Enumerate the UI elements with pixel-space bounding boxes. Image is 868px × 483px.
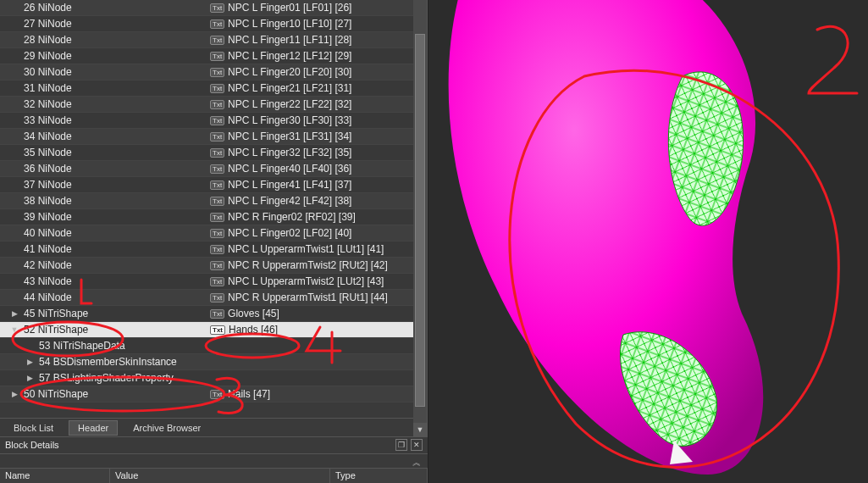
txt-badge-icon: Txt [210,132,224,142]
node-id-type: 31 NiNode [24,80,72,97]
tree-scroll[interactable]: 26 NiNodeTxtNPC L Finger01 [LF01] [26]27… [0,0,427,402]
block-tree: 26 NiNodeTxtNPC L Finger01 [LF01] [26]27… [0,0,428,436]
details-column-headers: Name Value Type [0,468,428,483]
node-id-type: 53 NiTriShapeData [39,338,125,354]
node-id-type: 52 NiTriShape [24,322,88,338]
txt-badge-icon: Txt [210,309,224,319]
node-id-type: 43 NiNode [24,274,72,290]
tree-row-41[interactable]: 41 NiNodeTxtNPC L UpperarmTwist1 [LUt1] … [0,242,427,258]
node-value-text: Gloves [45] [228,306,279,322]
node-id-type: 50 NiTriShape [24,386,88,402]
tree-row-50[interactable]: ▶50 NiTriShapeTxtNails [47] [0,386,427,402]
tree-row-28[interactable]: 28 NiNodeTxtNPC L Finger11 [LF11] [28] [0,32,427,48]
node-value: TxtNPC L Finger21 [LF21] [31] [210,80,351,97]
node-value-text: NPC R UpperarmTwist2 [RUt2] [42] [228,258,388,274]
txt-badge-icon: Txt [210,84,224,93]
tree-row-26[interactable]: 26 NiNodeTxtNPC L Finger01 [LF01] [26] [0,0,427,16]
tree-row-31[interactable]: 31 NiNodeTxtNPC L Finger21 [LF21] [31] [0,80,427,97]
node-value-text: NPC R UpperarmTwist1 [RUt1] [44] [228,290,388,306]
tree-row-34[interactable]: 34 NiNodeTxtNPC L Finger31 [LF31] [34] [0,129,427,145]
node-value-text: Nails [47] [228,386,270,402]
panel-tabs: Block List Header Archive Browser [0,418,413,436]
node-id-type: 39 NiNode [24,209,72,225]
node-value: TxtNPC L Finger31 [LF31] [34] [210,129,351,145]
scroll-down-arrow[interactable]: ▼ [413,423,427,436]
node-id-type: 38 NiNode [24,193,72,209]
node-id-type: 57 BSLightingShaderProperty [39,370,174,386]
tree-row-53[interactable]: 53 NiTriShapeData [0,338,427,354]
txt-badge-icon: Txt [210,245,224,254]
node-value-text: NPC L Finger01 [LF01] [26] [228,0,351,16]
node-value-text: NPC L UpperarmTwist1 [LUt1] [41] [228,242,384,258]
block-details-bar: Block Details ❐ ✕ [0,436,428,453]
txt-badge-icon: Txt [210,36,224,45]
node-value-text: NPC L Finger40 [LF40] [36] [228,161,351,177]
node-value: TxtNPC L Finger02 [LF02] [40] [210,225,351,242]
node-value: TxtGloves [45] [210,306,279,322]
3d-viewport[interactable] [428,0,868,483]
tree-row-38[interactable]: 38 NiNodeTxtNPC L Finger42 [LF42] [38] [0,193,427,209]
scrollbar-thumb[interactable] [415,34,425,407]
tree-row-29[interactable]: 29 NiNodeTxtNPC L Finger12 [LF12] [29] [0,48,427,64]
tree-row-42[interactable]: 42 NiNodeTxtNPC R UpperarmTwist2 [RUt2] … [0,258,427,274]
node-id-type: 27 NiNode [24,16,72,32]
txt-badge-icon: Txt [210,68,224,77]
txt-badge-icon: Txt [210,3,224,13]
tree-row-39[interactable]: 39 NiNodeTxtNPC R Finger02 [RF02] [39] [0,209,427,225]
block-details-label: Block Details [5,440,59,450]
node-value-text: NPC L Finger21 [LF21] [31] [228,80,351,97]
node-id-type: 32 NiNode [24,97,72,113]
node-value: TxtNPC L UpperarmTwist1 [LUt1] [41] [210,242,384,258]
node-value-text: NPC L Finger10 [LF10] [27] [228,16,351,32]
node-value-text: NPC L Finger41 [LF41] [37] [228,177,351,193]
col-name[interactable]: Name [0,469,110,483]
col-value[interactable]: Value [110,469,330,483]
tab-block-list[interactable]: Block List [5,421,62,435]
chevron-up-icon[interactable]: ︽ [412,457,421,469]
tree-row-57[interactable]: ▶57 BSLightingShaderProperty [0,370,427,386]
tree-row-37[interactable]: 37 NiNodeTxtNPC L Finger41 [LF41] [37] [0,177,427,193]
vertical-scrollbar[interactable]: ▼ [413,0,427,436]
tree-row-43[interactable]: 43 NiNodeTxtNPC L UpperarmTwist2 [LUt2] … [0,274,427,290]
node-id-type: 45 NiTriShape [24,306,88,322]
tree-row-33[interactable]: 33 NiNodeTxtNPC L Finger30 [LF30] [33] [0,113,427,129]
tree-row-27[interactable]: 27 NiNodeTxtNPC L Finger10 [LF10] [27] [0,16,427,32]
node-id-type: 30 NiNode [24,64,72,80]
restore-icon[interactable]: ❐ [395,439,407,451]
close-icon[interactable]: ✕ [411,439,423,451]
tree-row-54[interactable]: ▶54 BSDismemberSkinInstance [0,354,427,370]
col-type[interactable]: Type [330,469,428,483]
tab-archive-browser[interactable]: Archive Browser [124,421,209,435]
tree-row-44[interactable]: 44 NiNodeTxtNPC R UpperarmTwist1 [RUt1] … [0,290,427,306]
node-value: TxtNPC L Finger32 [LF32] [35] [210,145,351,161]
txt-badge-icon: Txt [210,148,224,158]
txt-badge-icon: Txt [210,229,224,238]
node-value: TxtNails [47] [210,386,270,402]
node-value-text: NPC L Finger02 [LF02] [40] [228,225,351,242]
node-id-type: 41 NiNode [24,242,72,258]
collapse-row: ︽ [0,453,428,469]
txt-badge-icon: Txt [210,197,224,206]
node-id-type: 26 NiNode [24,0,72,16]
tree-row-32[interactable]: 32 NiNodeTxtNPC L Finger22 [LF22] [32] [0,97,427,113]
tree-row-36[interactable]: 36 NiNodeTxtNPC L Finger40 [LF40] [36] [0,161,427,177]
txt-badge-icon: Txt [210,52,224,61]
node-value-text: NPC L Finger20 [LF20] [30] [228,64,351,80]
node-id-type: 35 NiNode [24,145,72,161]
node-value: TxtNPC L Finger11 [LF11] [28] [210,32,351,48]
node-value: TxtNPC L Finger12 [LF12] [29] [210,48,351,64]
txt-badge-icon: Txt [210,164,224,174]
node-value: TxtHands [46] [210,322,278,338]
mesh-render [428,0,868,483]
tree-row-40[interactable]: 40 NiNodeTxtNPC L Finger02 [LF02] [40] [0,225,427,242]
txt-badge-icon: Txt [210,180,224,190]
node-id-type: 44 NiNode [24,290,72,306]
left-panel: 26 NiNodeTxtNPC L Finger01 [LF01] [26]27… [0,0,428,483]
tab-header[interactable]: Header [69,420,118,436]
node-id-type: 28 NiNode [24,32,72,48]
tree-row-30[interactable]: 30 NiNodeTxtNPC L Finger20 [LF20] [30] [0,64,427,80]
tree-row-35[interactable]: 35 NiNodeTxtNPC L Finger32 [LF32] [35] [0,145,427,161]
txt-badge-icon: Txt [210,100,224,109]
tree-row-45[interactable]: ▶45 NiTriShapeTxtGloves [45] [0,306,427,322]
tree-row-52[interactable]: ▼52 NiTriShapeTxtHands [46] [0,322,427,338]
